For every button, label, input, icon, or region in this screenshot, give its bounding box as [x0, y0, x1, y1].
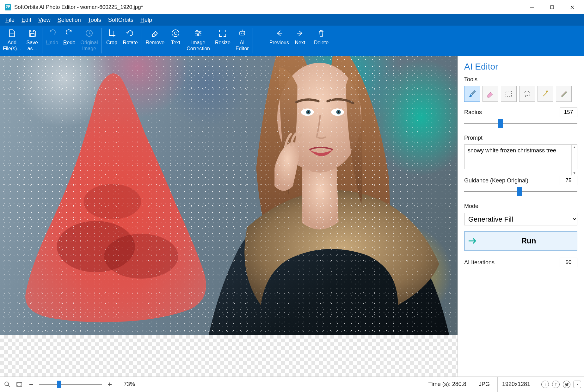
zoom-actual-button[interactable]: [3, 380, 12, 389]
expand-icon: [218, 28, 228, 38]
add-file-icon: [7, 28, 17, 38]
twitter-icon[interactable]: [563, 381, 570, 388]
ai-editor-button[interactable]: AI Editor: [233, 26, 251, 56]
guidance-slider[interactable]: [464, 187, 577, 196]
tools-label: Tools: [464, 76, 577, 83]
mode-select[interactable]: Generative Fill: [464, 213, 577, 225]
time-elapsed: Time (s): 280.8: [424, 377, 471, 392]
main-area: AI Editor Tools: [0, 56, 584, 377]
rotate-button[interactable]: Rotate: [120, 26, 140, 56]
add-files-label: Add File(s)...: [3, 40, 21, 52]
prompt-scrollbar[interactable]: ▲▼: [571, 145, 577, 175]
marquee-tool[interactable]: [501, 86, 517, 102]
image-correction-button[interactable]: Image Correction: [184, 26, 212, 56]
social-links: i f: [538, 377, 581, 392]
image-correction-label: Image Correction: [187, 40, 210, 52]
menu-softorbits[interactable]: SoftOrbits: [105, 15, 137, 25]
rotate-label: Rotate: [123, 40, 138, 46]
save-as-label: Save as...: [27, 40, 38, 52]
menu-edit[interactable]: Edit: [18, 15, 34, 25]
svg-point-23: [243, 33, 243, 34]
menu-tools[interactable]: Tools: [85, 15, 104, 25]
radius-slider[interactable]: [464, 119, 577, 128]
resize-button[interactable]: Resize: [212, 26, 233, 56]
crop-button[interactable]: Crop: [103, 26, 120, 56]
rotate-icon: [125, 28, 135, 38]
save-as-button[interactable]: Save as...: [24, 26, 41, 56]
zoom-in-button[interactable]: [105, 380, 114, 389]
radius-input[interactable]: [560, 107, 577, 117]
fit-screen-button[interactable]: [15, 380, 24, 389]
brush-tool[interactable]: [464, 86, 480, 102]
photo: [0, 56, 458, 335]
text-label: Text: [171, 40, 180, 46]
snow-overlay: [0, 56, 458, 335]
zoom-level: 73%: [124, 381, 135, 388]
maximize-button[interactable]: [542, 0, 562, 14]
magic-wand-tool[interactable]: [538, 86, 553, 102]
save-icon: [27, 28, 37, 38]
close-button[interactable]: [562, 0, 582, 14]
panel-title: AI Editor: [464, 62, 577, 72]
menu-help[interactable]: Help: [137, 15, 155, 25]
run-button[interactable]: Run: [464, 231, 577, 251]
eraser-icon: [150, 28, 160, 38]
gradient-tool[interactable]: [556, 86, 572, 102]
menu-selection[interactable]: Selection: [54, 15, 84, 25]
prompt-input[interactable]: snowy white frozen christmass tree: [464, 144, 577, 169]
svg-point-2: [6, 6, 8, 7]
youtube-icon[interactable]: [574, 381, 581, 388]
redo-button[interactable]: Redo: [61, 26, 78, 56]
original-image-button[interactable]: Original Image: [78, 26, 100, 56]
previous-button[interactable]: Previous: [267, 26, 292, 56]
undo-button[interactable]: Undo: [44, 26, 61, 56]
image-dimensions: 1920x1281: [497, 377, 535, 392]
delete-button[interactable]: Delete: [311, 26, 331, 56]
zoom-out-button[interactable]: [27, 380, 36, 389]
arrow-left-icon: [274, 28, 284, 38]
tool-palette: [464, 86, 577, 102]
trash-icon: [316, 28, 326, 38]
transparent-area: [0, 335, 458, 377]
redo-icon: [64, 28, 74, 38]
svg-point-25: [242, 30, 243, 31]
menubar: File Edit View Selection Tools SoftOrbit…: [0, 14, 584, 26]
copyright-icon: C: [170, 28, 181, 38]
ai-editor-label: AI Editor: [236, 40, 249, 52]
facebook-icon[interactable]: f: [552, 381, 560, 388]
history-icon: [84, 28, 94, 38]
toolbar-separator: [101, 28, 102, 53]
minimize-button[interactable]: [522, 0, 542, 14]
text-button[interactable]: C Text: [167, 26, 184, 56]
canvas-area: [0, 56, 458, 377]
menu-file[interactable]: File: [2, 15, 18, 25]
svg-rect-4: [550, 6, 554, 9]
resize-label: Resize: [215, 40, 231, 46]
crop-label: Crop: [106, 40, 117, 46]
iterations-input[interactable]: [560, 258, 577, 267]
toolbar-separator: [42, 28, 42, 53]
info-icon[interactable]: i: [541, 381, 549, 388]
menu-view[interactable]: View: [35, 15, 54, 25]
original-image-label: Original Image: [80, 40, 98, 52]
next-button[interactable]: Next: [292, 26, 309, 56]
previous-label: Previous: [269, 40, 289, 46]
svg-text:C: C: [174, 31, 177, 36]
guidance-input[interactable]: [560, 176, 577, 185]
add-files-button[interactable]: Add File(s)...: [0, 26, 24, 56]
delete-label: Delete: [314, 40, 329, 46]
undo-icon: [47, 28, 57, 38]
svg-line-38: [8, 385, 10, 387]
remove-button[interactable]: Remove: [143, 26, 167, 56]
svg-point-22: [241, 33, 242, 34]
app-window: SoftOrbits AI Photo Editor - woman-60022…: [0, 0, 584, 392]
zoom-slider[interactable]: [39, 381, 102, 388]
svg-point-18: [199, 33, 200, 34]
eraser-tool[interactable]: [483, 86, 498, 102]
toolbar-separator: [253, 28, 253, 53]
run-arrow-icon: [465, 237, 481, 245]
titlebar: SoftOrbits AI Photo Editor - woman-60022…: [0, 0, 584, 14]
lasso-tool[interactable]: [519, 86, 535, 102]
svg-rect-21: [240, 31, 245, 35]
canvas-viewport[interactable]: [0, 56, 458, 377]
